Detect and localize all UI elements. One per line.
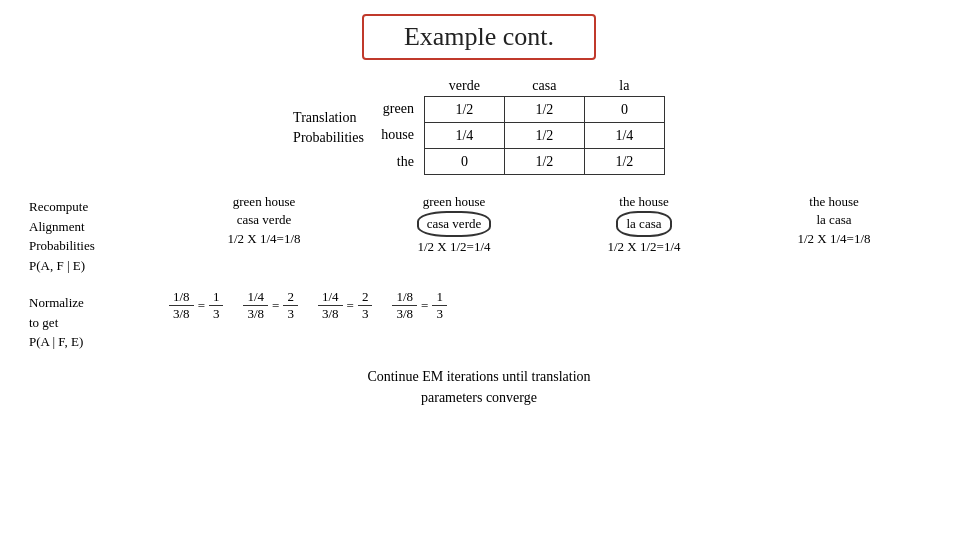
normalize-formulas: 1/83/8 = 131/43/8 = 231/43/8 = 231/83/8 … <box>169 289 929 322</box>
col-header-la: la <box>584 78 664 96</box>
recompute-phrase1-0: green house <box>233 193 295 211</box>
translation-probabilities-section: Translation Probabilities verde casa la … <box>293 78 665 175</box>
probability-table: 1/21/201/41/21/401/21/2 <box>424 96 665 175</box>
recompute-section: RecomputeAlignmentProbabilitiesP(A, F | … <box>29 193 929 275</box>
recompute-prob-2: 1/2 X 1/2=1/4 <box>607 237 680 257</box>
recompute-phrase2-3: la casa <box>816 211 851 229</box>
row-label-house: house <box>374 122 420 148</box>
recompute-columns: green housecasa verde1/2 X 1/4=1/8green … <box>169 193 929 257</box>
prob-cell-0-0: 1/2 <box>424 97 504 123</box>
prob-cell-2-0: 0 <box>424 149 504 175</box>
prob-cell-2-1: 1/2 <box>504 149 584 175</box>
row-labels: green house the <box>374 96 420 175</box>
frac2-1: 23 <box>283 289 298 322</box>
col-headers: verde casa la <box>424 78 664 96</box>
recompute-prob-1: 1/2 X 1/2=1/4 <box>417 237 490 257</box>
recompute-phrase1-3: the house <box>809 193 858 211</box>
recompute-phrase2-0: casa verde <box>237 211 292 229</box>
frac1-3: 1/83/8 <box>392 289 417 322</box>
normalize-formula-2: 1/43/8 = 23 <box>318 289 372 322</box>
recompute-phrase1-2: the house <box>619 193 668 211</box>
recompute-col-0: green housecasa verde1/2 X 1/4=1/8 <box>169 193 359 257</box>
row-label-green: green <box>374 96 420 122</box>
frac2-0: 13 <box>209 289 224 322</box>
normalize-section: Normalizeto getP(A | F, E) 1/83/8 = 131/… <box>29 289 929 352</box>
recompute-phrase2-2: la casa <box>616 211 671 237</box>
tp-table: green house the 1/21/201/41/21/401/21/2 <box>374 96 665 175</box>
tp-table-wrap: verde casa la green house the 1/21/201/4… <box>374 78 665 175</box>
recompute-prob-3: 1/2 X 1/4=1/8 <box>797 229 870 249</box>
recompute-phrase2-1: casa verde <box>417 211 492 237</box>
continue-text: Continue EM iterations until translation… <box>367 366 590 408</box>
continue-line2: parameters converge <box>421 390 537 405</box>
normalize-formula-0: 1/83/8 = 13 <box>169 289 223 322</box>
frac1-1: 1/43/8 <box>243 289 268 322</box>
prob-cell-1-1: 1/2 <box>504 123 584 149</box>
normalize-formula-1: 1/43/8 = 23 <box>243 289 297 322</box>
frac1-2: 1/43/8 <box>318 289 343 322</box>
recompute-phrase1-1: green house <box>423 193 485 211</box>
recompute-col-3: the housela casa1/2 X 1/4=1/8 <box>739 193 929 257</box>
prob-cell-0-2: 0 <box>584 97 664 123</box>
prob-cell-1-0: 1/4 <box>424 123 504 149</box>
prob-cell-2-2: 1/2 <box>584 149 664 175</box>
normalize-label: Normalizeto getP(A | F, E) <box>29 293 159 352</box>
recompute-prob-0: 1/2 X 1/4=1/8 <box>227 229 300 249</box>
frac2-3: 13 <box>432 289 447 322</box>
col-header-verde: verde <box>424 78 504 96</box>
main-content: Translation Probabilities verde casa la … <box>20 78 938 408</box>
frac1-0: 1/83/8 <box>169 289 194 322</box>
tp-label: Translation Probabilities <box>293 108 364 147</box>
prob-cell-1-2: 1/4 <box>584 123 664 149</box>
page: Example cont. Translation Probabilities … <box>0 0 958 540</box>
recompute-label: RecomputeAlignmentProbabilitiesP(A, F | … <box>29 197 159 275</box>
title-box: Example cont. <box>362 14 596 60</box>
recompute-col-2: the housela casa1/2 X 1/2=1/4 <box>549 193 739 257</box>
frac2-2: 23 <box>358 289 373 322</box>
continue-line1: Continue EM iterations until translation <box>367 369 590 384</box>
prob-cell-0-1: 1/2 <box>504 97 584 123</box>
col-header-casa: casa <box>504 78 584 96</box>
row-label-the: the <box>374 149 420 175</box>
normalize-formula-3: 1/83/8 = 13 <box>392 289 446 322</box>
page-title: Example cont. <box>404 22 554 51</box>
recompute-col-1: green housecasa verde1/2 X 1/2=1/4 <box>359 193 549 257</box>
